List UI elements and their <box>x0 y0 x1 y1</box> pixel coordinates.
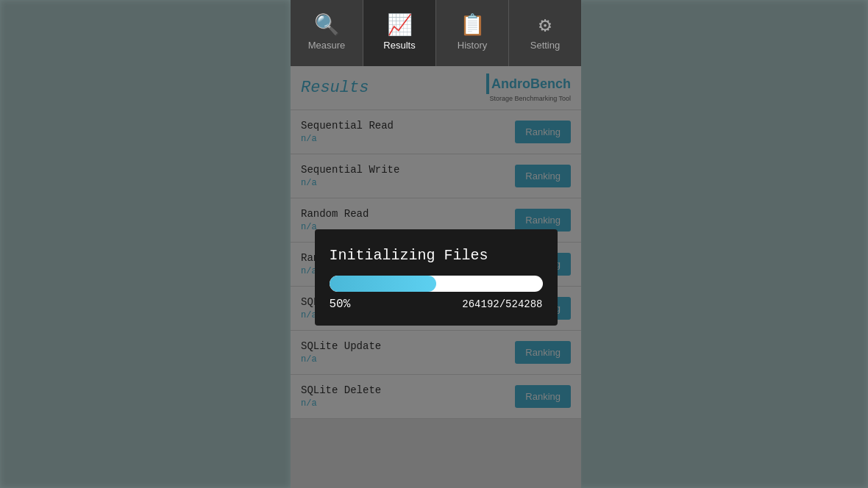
app-container: 🔍 Measure 📈 Results 📋 History ⚙️ Setting… <box>291 0 581 488</box>
nav-label-setting: Setting <box>530 40 560 51</box>
setting-icon: ⚙️ <box>539 16 552 37</box>
progress-overlay: Initializing Files 50% 264192/524288 <box>291 66 581 488</box>
background-right <box>577 0 868 488</box>
nav-item-setting[interactable]: ⚙️ Setting <box>509 0 581 66</box>
progress-title: Initializing Files <box>330 247 543 264</box>
background-left <box>0 0 291 488</box>
progress-bar-container <box>330 276 543 292</box>
nav-item-history[interactable]: 📋 History <box>436 0 509 66</box>
nav-label-results: Results <box>383 40 415 51</box>
content-area: Results AndroBench Storage Benchmarking … <box>291 66 581 488</box>
nav-bar: 🔍 Measure 📈 Results 📋 History ⚙️ Setting <box>291 0 581 66</box>
progress-info: 50% 264192/524288 <box>330 298 543 311</box>
nav-item-measure[interactable]: 🔍 Measure <box>291 0 363 66</box>
progress-bar-fill <box>330 276 436 292</box>
progress-percent-label: 50% <box>330 298 351 311</box>
nav-label-history: History <box>458 40 487 51</box>
measure-icon: 🔍 <box>314 16 340 37</box>
progress-dialog: Initializing Files 50% 264192/524288 <box>315 229 558 326</box>
history-icon: 📋 <box>460 16 485 37</box>
nav-item-results[interactable]: 📈 Results <box>363 0 436 66</box>
results-icon: 📈 <box>387 16 413 37</box>
nav-label-measure: Measure <box>308 40 346 51</box>
progress-count-label: 264192/524288 <box>462 298 542 310</box>
